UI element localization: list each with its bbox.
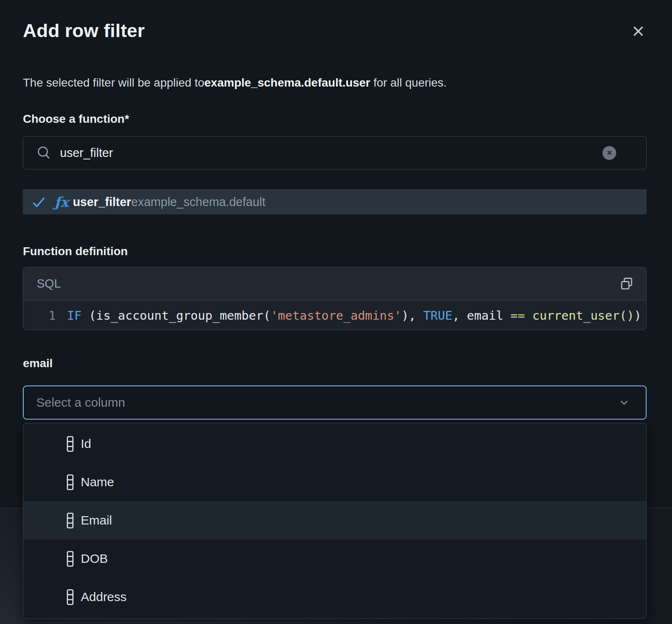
intro-text: The selected filter will be applied toex…	[23, 76, 606, 89]
code-line-number: 1	[39, 308, 56, 323]
copy-icon	[619, 276, 635, 292]
intro-table-name: example_schema.default.user	[204, 76, 370, 89]
column-dropdown: Id Name Email DOB	[23, 423, 647, 619]
function-definition-label: Function definition	[23, 245, 128, 258]
check-icon	[30, 194, 47, 211]
sql-code-area: 1 IF (is_account_group_member('metastore…	[23, 301, 646, 330]
column-select-placeholder: Select a column	[36, 395, 617, 410]
intro-suffix: for all queries.	[370, 76, 447, 89]
dropdown-item-label: Address	[81, 590, 127, 604]
dropdown-item[interactable]: Address	[23, 578, 646, 616]
function-option-name: user_filter	[73, 195, 131, 209]
function-search-input[interactable]	[59, 137, 602, 169]
choose-function-label: Choose a function*	[23, 112, 129, 126]
dropdown-item[interactable]: Email	[23, 501, 646, 539]
intro-prefix: The selected filter will be applied to	[23, 76, 204, 89]
dropdown-item-label: Name	[81, 475, 114, 489]
column-select[interactable]: Select a column	[23, 385, 647, 420]
close-icon	[631, 24, 646, 39]
function-fx-icon: ƒx	[55, 195, 69, 209]
dropdown-item-label: DOB	[81, 552, 108, 566]
dropdown-item-label: Email	[81, 513, 112, 527]
dropdown-item[interactable]: DOB	[23, 539, 646, 578]
column-icon	[67, 436, 74, 452]
function-option-path: example_schema.default	[131, 195, 265, 209]
sql-code-block: SQL 1 IF (is_account_group_member('metas…	[23, 267, 647, 330]
column-icon	[67, 512, 74, 529]
sql-language-label: SQL	[37, 277, 619, 291]
dropdown-item[interactable]: Id	[23, 425, 646, 463]
code-line-content: IF (is_account_group_member('metastore_a…	[67, 308, 641, 323]
function-option-user-filter[interactable]: ƒx user_filterexample_schema.default	[23, 189, 647, 214]
chevron-down-icon	[617, 396, 631, 409]
copy-code-button[interactable]	[619, 276, 635, 292]
email-parameter-label: email	[23, 357, 53, 370]
function-search-box	[23, 136, 647, 169]
dropdown-item-label: Id	[81, 437, 91, 451]
dropdown-item[interactable]: Name	[23, 463, 646, 501]
add-row-filter-screen: Add row filter The selected filter will …	[0, 0, 672, 624]
column-icon	[67, 474, 74, 490]
sql-block-header: SQL	[23, 267, 646, 301]
clear-search-button[interactable]	[602, 146, 616, 160]
clear-icon	[606, 149, 613, 156]
column-icon	[67, 551, 74, 567]
search-icon	[36, 145, 52, 161]
close-button[interactable]	[629, 22, 648, 41]
column-icon	[67, 589, 74, 605]
modal-title: Add row filter	[23, 20, 145, 42]
